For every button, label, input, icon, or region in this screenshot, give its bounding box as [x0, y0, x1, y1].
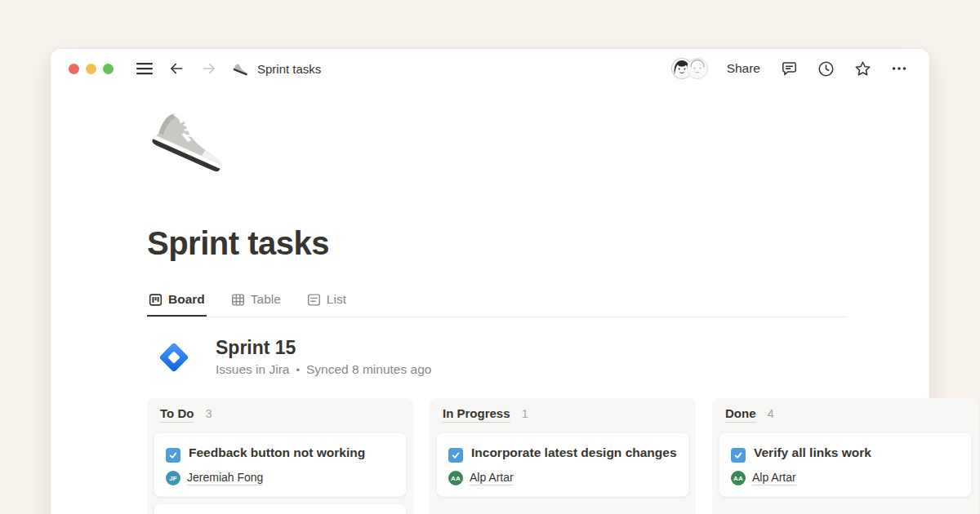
checkbox-checked-icon[interactable]	[448, 448, 463, 463]
avatar-initials: JF	[169, 475, 177, 482]
breadcrumb-title[interactable]: Sprint tasks	[257, 62, 321, 76]
board-view-icon	[149, 293, 163, 307]
assignee-avatar: JF	[166, 471, 180, 485]
jira-icon	[155, 339, 193, 376]
assignee-name: Alp Artar	[752, 471, 796, 485]
collaborator-avatars[interactable]	[670, 57, 709, 80]
board-card[interactable]: Verify all links work AA Alp Artar	[719, 432, 972, 497]
board-card[interactable]: Feedback button not working JF Jeremiah …	[154, 432, 407, 497]
share-button[interactable]: Share	[727, 61, 760, 76]
card-title-row: Verify all links work	[731, 442, 960, 463]
page-title[interactable]: Sprint tasks	[147, 224, 929, 263]
tab-list-label: List	[327, 292, 346, 307]
tab-board-label: Board	[168, 292, 205, 307]
column-header: Done 4	[719, 405, 972, 432]
database-source: Issues in Jira	[216, 362, 289, 377]
updates-clock-icon[interactable]	[817, 60, 835, 78]
assignee-name: Alp Artar	[470, 471, 514, 485]
sidebar-hamburger-icon[interactable]	[136, 62, 153, 75]
page-content: Sprint tasks Board Table	[51, 106, 929, 514]
card-title-row: Feedback button not working	[166, 442, 394, 463]
window-titlebar: Sprint tasks Share	[51, 49, 929, 88]
kanban-board: To Do 3 Feedback button not working JF J…	[147, 398, 929, 514]
board-column-to-do: To Do 3 Feedback button not working JF J…	[147, 398, 413, 514]
assignee[interactable]: JF Jeremiah Fong	[166, 471, 394, 485]
board-column-done: Done 4 Verify all links work AA Alp Arta…	[712, 398, 978, 514]
card-title: Feedback button not working	[189, 445, 365, 459]
separator-dot: •	[296, 364, 300, 376]
board-column-in-progress: In Progress 1 Incorporate latest design …	[430, 398, 696, 514]
tab-table-label: Table	[251, 292, 281, 307]
column-header: In Progress 1	[436, 405, 689, 432]
column-header: To Do 3	[154, 405, 407, 432]
column-count: 3	[205, 406, 212, 420]
view-tabs: Board Table List	[147, 292, 929, 317]
sneaker-icon	[233, 63, 250, 74]
card-title-row: Incorporate latest design changes	[448, 442, 677, 463]
assignee-avatar: AA	[731, 471, 746, 485]
database-header: Sprint 15 Issues in Jira • Synced 8 minu…	[147, 337, 929, 377]
card-title: Verify all links work	[754, 445, 871, 459]
minimize-window-button[interactable]	[86, 64, 96, 74]
tab-table[interactable]: Table	[229, 292, 283, 317]
tab-board[interactable]: Board	[147, 292, 207, 317]
column-title[interactable]: Done	[725, 406, 756, 423]
column-title[interactable]: In Progress	[443, 406, 510, 423]
avatar-initials: AA	[733, 475, 743, 482]
board-card-partial[interactable]	[154, 503, 407, 514]
more-ellipsis-icon[interactable]	[890, 60, 908, 78]
tabs-divider	[147, 317, 846, 317]
favorite-star-icon[interactable]	[853, 60, 872, 78]
page-icon-sneaker[interactable]	[147, 106, 237, 191]
comments-icon[interactable]	[780, 60, 799, 78]
card-title: Incorporate latest design changes	[471, 445, 677, 459]
database-titles: Sprint 15 Issues in Jira • Synced 8 minu…	[216, 337, 431, 377]
database-sync-status: Issues in Jira • Synced 8 minutes ago	[216, 362, 431, 377]
notion-window: Sprint tasks Share	[51, 49, 929, 514]
assignee-avatar: AA	[448, 471, 463, 485]
list-view-icon	[307, 293, 321, 307]
assignee[interactable]: AA Alp Artar	[448, 471, 677, 485]
board-card[interactable]: Incorporate latest design changes AA Alp…	[436, 432, 689, 497]
back-arrow-icon[interactable]	[167, 60, 185, 77]
checkbox-checked-icon[interactable]	[731, 448, 746, 463]
tab-list[interactable]: List	[305, 292, 348, 317]
checkbox-checked-icon[interactable]	[166, 448, 180, 463]
column-count: 4	[768, 406, 774, 420]
close-window-button[interactable]	[69, 64, 79, 74]
synced-status: Synced 8 minutes ago	[306, 362, 431, 377]
avatar-initials: AA	[451, 475, 461, 482]
maximize-window-button[interactable]	[103, 64, 114, 74]
database-title[interactable]: Sprint 15	[216, 337, 431, 359]
table-view-icon	[231, 293, 245, 307]
traffic-lights	[69, 64, 114, 74]
avatar-2	[686, 57, 709, 80]
column-count: 1	[522, 406, 528, 420]
assignee[interactable]: AA Alp Artar	[731, 471, 960, 485]
column-title[interactable]: To Do	[160, 406, 194, 423]
assignee-name: Jeremiah Fong	[187, 471, 263, 485]
forward-arrow-icon[interactable]	[200, 60, 218, 77]
